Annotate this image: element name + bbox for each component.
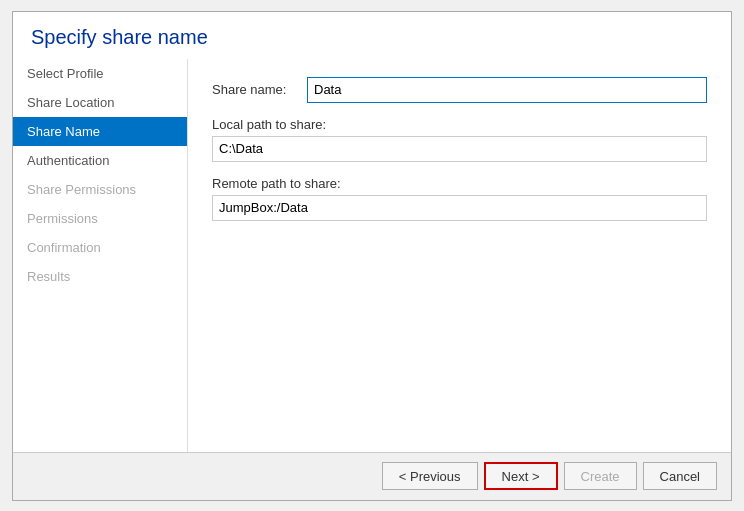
remote-path-input[interactable] <box>212 195 707 221</box>
sidebar: Select ProfileShare LocationShare NameAu… <box>13 59 188 452</box>
sidebar-item-share-name[interactable]: Share Name <box>13 117 187 146</box>
create-button[interactable]: Create <box>564 462 637 490</box>
remote-path-block: Remote path to share: <box>212 176 707 221</box>
cancel-button[interactable]: Cancel <box>643 462 717 490</box>
sidebar-item-share-location[interactable]: Share Location <box>13 88 187 117</box>
remote-path-label: Remote path to share: <box>212 176 707 191</box>
dialog-body: Select ProfileShare LocationShare NameAu… <box>13 59 731 452</box>
dialog-footer: < Previous Next > Create Cancel <box>13 452 731 500</box>
main-content: Share name: Local path to share: Remote … <box>188 59 731 452</box>
share-name-input[interactable] <box>307 77 707 103</box>
sidebar-item-confirmation: Confirmation <box>13 233 187 262</box>
next-button[interactable]: Next > <box>484 462 558 490</box>
previous-button[interactable]: < Previous <box>382 462 478 490</box>
dialog-title: Specify share name <box>13 12 731 59</box>
dialog: Specify share name Select ProfileShare L… <box>12 11 732 501</box>
sidebar-item-permissions: Permissions <box>13 204 187 233</box>
sidebar-item-select-profile[interactable]: Select Profile <box>13 59 187 88</box>
sidebar-item-authentication[interactable]: Authentication <box>13 146 187 175</box>
sidebar-item-share-permissions: Share Permissions <box>13 175 187 204</box>
sidebar-item-results: Results <box>13 262 187 291</box>
share-name-row: Share name: <box>212 77 707 103</box>
local-path-input[interactable] <box>212 136 707 162</box>
share-name-label: Share name: <box>212 82 307 97</box>
local-path-label: Local path to share: <box>212 117 707 132</box>
local-path-block: Local path to share: <box>212 117 707 162</box>
